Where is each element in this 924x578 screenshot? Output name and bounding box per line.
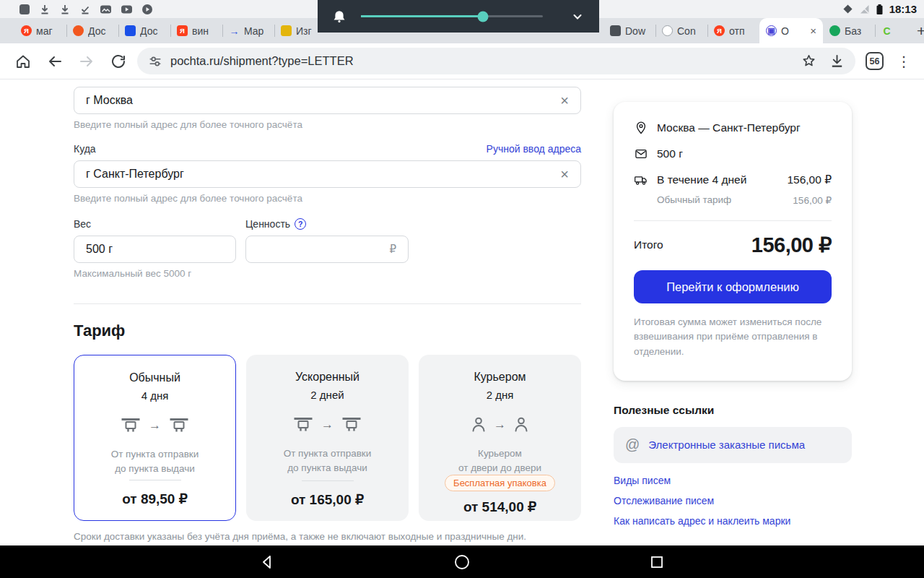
tariff-description: От пункта отправкидо пункта выдачи xyxy=(284,447,372,475)
tab-favicon xyxy=(662,25,673,36)
link-letter-tracking[interactable]: Отслеживание писем xyxy=(614,495,852,506)
tab-title: вин xyxy=(192,25,216,37)
new-tab-button[interactable]: + xyxy=(917,22,924,40)
order-sidebar: Москва — Санкт-Петербург 500 г В течение… xyxy=(614,80,852,527)
volume-slider[interactable] xyxy=(361,15,543,17)
checkout-button[interactable]: Перейти к оформлению xyxy=(634,270,832,303)
vpn-icon xyxy=(842,4,853,14)
tab-otp[interactable]: Я отп xyxy=(707,18,759,43)
home-icon[interactable] xyxy=(14,53,32,70)
close-tab-icon[interactable]: × xyxy=(810,25,816,36)
android-back-button[interactable] xyxy=(258,553,276,571)
tab-mar[interactable]: → Мар xyxy=(222,18,274,43)
tariff-price: от 514,00 ₽ xyxy=(463,499,536,515)
chevron-down-icon[interactable] xyxy=(570,9,585,24)
page-content: г Москва × Введите полный адрес для боле… xyxy=(0,80,924,545)
android-home-button[interactable] xyxy=(453,553,471,571)
section-divider xyxy=(74,303,581,304)
link-letter-types[interactable]: Виды писем xyxy=(614,475,852,486)
browser-menu-icon[interactable]: ⋮ xyxy=(897,54,911,69)
tab-title: маг xyxy=(36,25,60,37)
tab-pochta-active[interactable]: ▣ О × xyxy=(759,18,823,43)
tab-favicon xyxy=(281,25,292,36)
card-divider xyxy=(302,480,354,481)
tariff-title: Курьером xyxy=(474,371,526,384)
arrow-right-icon: → xyxy=(149,418,161,433)
tariff-description: Курьеромот двери до двери xyxy=(458,447,541,475)
tariff-duration: 2 дня xyxy=(487,389,514,401)
declared-value-input[interactable]: ₽ xyxy=(245,236,409,263)
useful-links-list: Виды писем Отслеживание писем Как написа… xyxy=(614,475,852,527)
tab-con[interactable]: Con xyxy=(655,18,707,43)
tab-dos-2[interactable]: Дос xyxy=(118,18,170,43)
tab-switcher-button[interactable]: 56 xyxy=(866,52,884,70)
from-address-input[interactable]: г Москва × xyxy=(74,87,581,114)
url-bar[interactable]: pochta.ru/shipment?type=LETTER xyxy=(137,48,855,74)
site-settings-icon[interactable] xyxy=(147,53,163,69)
forward-icon[interactable] xyxy=(78,53,95,70)
person-icon xyxy=(513,415,529,434)
post-office-icon xyxy=(120,416,141,434)
tab-title: Дос xyxy=(140,25,164,37)
tabs-right-group: Dow Con Я отп ▣ О × Баз C + xyxy=(603,18,924,43)
summary-tariff-name: Обычный тариф xyxy=(657,194,731,206)
tab-title: Dow xyxy=(625,25,649,37)
tariff-card-regular[interactable]: Обычный 4 дня → От пункта отправкидо пун… xyxy=(74,355,236,521)
tariff-title: Обычный xyxy=(129,371,180,384)
back-icon[interactable] xyxy=(46,53,64,70)
to-address-input[interactable]: г Санкт-Петербург × xyxy=(74,160,581,188)
card-divider xyxy=(129,480,181,480)
arrow-right-icon: → xyxy=(494,418,506,432)
summary-disclaimer: Итоговая сумма может измениться после вз… xyxy=(634,315,832,359)
shipment-form: г Москва × Введите полный адрес для боле… xyxy=(74,80,581,542)
featured-link-electronic-letters[interactable]: @ Электронные заказные письма xyxy=(614,427,852,463)
tariff-card-courier[interactable]: Курьером 2 дня → Курьеромот двери до две… xyxy=(419,355,581,521)
play-circle-icon xyxy=(141,4,153,15)
tariff-card-express[interactable]: Ускоренный 2 дней → От пункта отправкидо… xyxy=(246,355,409,521)
tab-yandex-market[interactable]: Я маг xyxy=(14,18,66,43)
tariff-description: От пункта отправкидо пункта выдачи xyxy=(111,447,199,475)
manual-address-link[interactable]: Ручной ввод адреса xyxy=(487,143,581,155)
summary-divider xyxy=(634,220,832,221)
tariff-cards: Обычный 4 дня → От пункта отправкидо пун… xyxy=(74,355,581,521)
tab-favicon: Я xyxy=(177,25,188,36)
value-label: Ценность ? xyxy=(245,218,409,230)
android-recents-button[interactable] xyxy=(648,553,666,571)
post-office-icon xyxy=(341,415,362,434)
tab-dos-1[interactable]: Дос xyxy=(66,18,118,43)
help-icon[interactable]: ? xyxy=(295,218,306,230)
reload-icon[interactable] xyxy=(110,53,127,70)
browser-toolbar: pochta.ru/shipment?type=LETTER 56 ⋮ xyxy=(0,43,924,79)
tab-favicon xyxy=(829,25,840,36)
download-icon[interactable] xyxy=(829,53,845,69)
tabs-left-group: Я маг Дос Дос Я вин → Мар Изг xyxy=(14,18,326,43)
currency-suffix: ₽ xyxy=(389,243,396,256)
clear-icon[interactable]: × xyxy=(560,93,569,108)
bell-icon xyxy=(332,9,346,24)
to-address-helper: Введите полный адрес для более точного р… xyxy=(74,193,581,204)
tariff-price: от 165,00 ₽ xyxy=(291,491,364,508)
tab-c[interactable]: C xyxy=(875,18,908,43)
link-address-stamps[interactable]: Как написать адрес и наклеить марки xyxy=(614,515,852,527)
tab-baza[interactable]: Баз xyxy=(823,18,875,43)
to-label: Куда xyxy=(74,143,96,155)
bookmark-star-icon[interactable] xyxy=(801,53,817,69)
image-icon xyxy=(100,4,112,15)
tab-vin[interactable]: Я вин xyxy=(170,18,222,43)
summary-delivery: В течение 4 дней xyxy=(657,173,746,186)
url-text[interactable]: pochta.ru/shipment?type=LETTER xyxy=(170,54,789,68)
tab-favicon xyxy=(125,25,136,36)
tab-downloads[interactable]: Dow xyxy=(603,18,655,43)
volume-thumb[interactable] xyxy=(477,11,488,22)
tab-title: Изг xyxy=(296,25,320,37)
tab-title: Дос xyxy=(88,25,112,37)
total-label: Итого xyxy=(634,238,663,251)
location-pin-icon xyxy=(634,121,648,135)
tab-title: Баз xyxy=(845,25,868,37)
max-weight-helper: Максимальный вес 5000 г xyxy=(74,268,236,279)
summary-delivery-price: 156,00 ₽ xyxy=(787,173,832,186)
tab-title: О xyxy=(781,25,806,37)
clear-icon[interactable]: × xyxy=(560,167,569,181)
weight-label: Вес xyxy=(74,218,236,230)
weight-input[interactable]: 500 г xyxy=(74,236,236,263)
